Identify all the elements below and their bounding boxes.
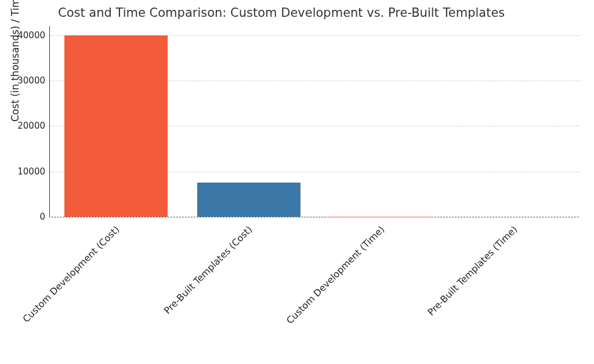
x-tick-label: Pre-Built Templates (Cost) <box>162 224 254 316</box>
x-tick-label: Pre-Built Templates (Time) <box>425 224 519 318</box>
bar <box>197 183 300 217</box>
y-tick-label: 40000 <box>5 30 45 41</box>
gridline <box>50 217 580 217</box>
plot-area: 010000200003000040000Custom Development … <box>49 26 580 217</box>
x-tick-label: Custom Development (Cost) <box>21 224 122 325</box>
y-tick-label: 30000 <box>5 75 45 86</box>
y-tick-label: 20000 <box>5 121 45 131</box>
chart-title: Cost and Time Comparison: Custom Develop… <box>58 6 505 20</box>
y-axis-label: Cost (in thousands) / Time (in weeks) <box>9 0 21 122</box>
x-tick-label: Custom Development (Time) <box>284 224 387 326</box>
bar <box>64 35 168 217</box>
y-tick-label: 10000 <box>5 166 45 177</box>
y-tick-label: 0 <box>5 212 45 222</box>
chart-container: Cost and Time Comparison: Custom Develop… <box>0 0 594 364</box>
